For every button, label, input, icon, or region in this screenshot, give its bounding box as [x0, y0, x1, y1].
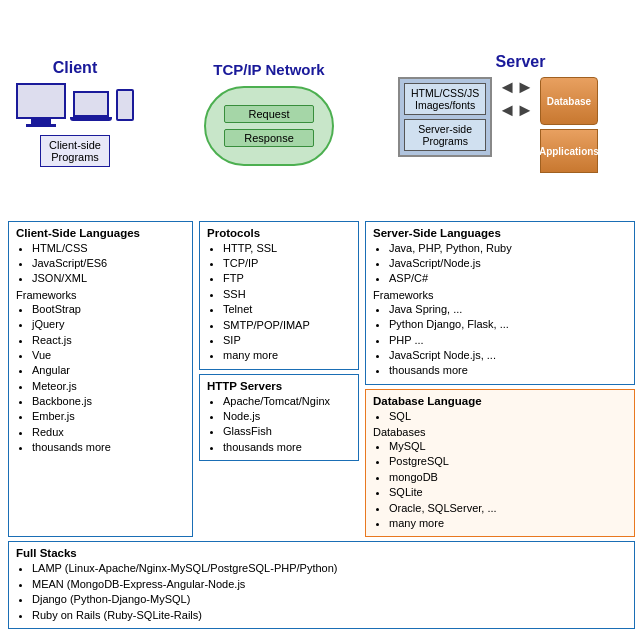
- list-item: many more: [389, 516, 627, 531]
- list-item: Telnet: [223, 302, 351, 317]
- network-column: TCP/IP Network Request Response: [184, 61, 354, 166]
- arrows-group: ◄► ◄►: [496, 77, 536, 121]
- list-item: MySQL: [389, 439, 627, 454]
- list-item: Angular: [32, 363, 185, 378]
- list-item: SIP: [223, 333, 351, 348]
- server-frameworks-label: Frameworks: [373, 289, 627, 301]
- panels-row-2: Full Stacks LAMP (Linux-Apache/Nginx-MyS…: [8, 541, 635, 629]
- db-language: SQL: [389, 409, 627, 424]
- list-item: JavaScript/Node.js: [389, 256, 627, 271]
- monitor-group: [16, 83, 66, 127]
- databases-list: MySQL PostgreSQL mongoDB SQLite Oracle, …: [389, 439, 627, 531]
- request-text: Request: [249, 108, 290, 120]
- list-item: jQuery: [32, 317, 185, 332]
- panel-full-stacks: Full Stacks LAMP (Linux-Apache/Nginx-MyS…: [8, 541, 635, 629]
- list-item: SMTP/POP/IMAP: [223, 318, 351, 333]
- list-item: thousands more: [32, 440, 185, 455]
- list-item: Java Spring, ...: [389, 302, 627, 317]
- monitor-icon: [16, 83, 66, 119]
- list-item: MEAN (MongoDB-Express-Angular-Node.js: [32, 577, 627, 592]
- phone-group: [116, 89, 134, 121]
- list-item: Redux: [32, 425, 185, 440]
- list-item: BootStrap: [32, 302, 185, 317]
- request-box: Request: [224, 105, 314, 123]
- list-item: JSON/XML: [32, 271, 185, 286]
- server-side-text: Server-sidePrograms: [418, 123, 472, 147]
- laptop-icon: [73, 91, 109, 117]
- main-container: Client Client-sidePrograms: [0, 0, 643, 633]
- monitor-base: [26, 124, 56, 127]
- list-item: thousands more: [389, 363, 627, 378]
- arrow-right-icon: ◄►: [498, 77, 534, 98]
- full-stacks-list: LAMP (Linux-Apache/Nginx-MySQL/PostgreSQ…: [32, 561, 627, 623]
- panel-database: Database Language SQL Databases MySQL Po…: [365, 389, 635, 538]
- list-item: SSH: [223, 287, 351, 302]
- list-item: TCP/IP: [223, 256, 351, 271]
- list-item: HTML/CSS: [32, 241, 185, 256]
- list-item: Django (Python-Django-MySQL): [32, 592, 627, 607]
- response-box: Response: [224, 129, 314, 147]
- right-panels: Server-Side Languages Java, PHP, Python,…: [365, 221, 635, 538]
- laptop-group: [70, 91, 112, 121]
- panel-client-side: Client-Side Languages HTML/CSS JavaScrip…: [8, 221, 193, 538]
- applications-label: Applications: [539, 146, 599, 157]
- database-label: Database: [547, 96, 591, 107]
- panel-protocols: Protocols HTTP, SSL TCP/IP FTP SSH Telne…: [199, 221, 359, 370]
- html-css-box: HTML/CSS/JSImages/fonts: [404, 83, 486, 115]
- client-side-title: Client-Side Languages: [16, 227, 185, 239]
- list-item: Ruby on Rails (Ruby-SQLite-Rails): [32, 608, 627, 623]
- server-side-title: Server-Side Languages: [373, 227, 627, 239]
- client-label: Client: [53, 59, 97, 77]
- list-item: Node.js: [223, 409, 351, 424]
- client-side-frameworks: BootStrap jQuery React.js Vue Angular Me…: [32, 302, 185, 456]
- list-item: Python Django, Flask, ...: [389, 317, 627, 332]
- protocols-list: HTTP, SSL TCP/IP FTP SSH Telnet SMTP/POP…: [223, 241, 351, 364]
- laptop-base: [70, 117, 112, 121]
- list-item: PHP ...: [389, 333, 627, 348]
- list-item: SQLite: [389, 485, 627, 500]
- list-item: Java, PHP, Python, Ruby: [389, 241, 627, 256]
- server-boxes: HTML/CSS/JSImages/fonts Server-sideProgr…: [398, 77, 492, 157]
- server-side-box: Server-sidePrograms: [404, 119, 486, 151]
- list-item: many more: [223, 348, 351, 363]
- list-item: SQL: [389, 409, 627, 424]
- server-column: Server HTML/CSS/JSImages/fonts Server-si…: [398, 53, 633, 173]
- cloud-shape: Request Response: [204, 86, 334, 166]
- full-stacks-title: Full Stacks: [16, 547, 627, 559]
- list-item: ASP/C#: [389, 271, 627, 286]
- list-item: GlassFish: [223, 424, 351, 439]
- list-item: LAMP (Linux-Apache/Nginx-MySQL/PostgreSQ…: [32, 561, 627, 576]
- server-side-frameworks: Java Spring, ... Python Django, Flask, .…: [389, 302, 627, 379]
- server-side-col: Database Applications: [540, 77, 598, 173]
- list-item: Apache/Tomcat/Nginx: [223, 394, 351, 409]
- list-item: Vue: [32, 348, 185, 363]
- panel-server-side: Server-Side Languages Java, PHP, Python,…: [365, 221, 635, 385]
- protocols-title: Protocols: [207, 227, 351, 239]
- list-item: FTP: [223, 271, 351, 286]
- phone-icon: [116, 89, 134, 121]
- list-item: Backbone.js: [32, 394, 185, 409]
- http-title: HTTP Servers: [207, 380, 351, 392]
- network-label: TCP/IP Network: [213, 61, 324, 78]
- server-label: Server: [496, 53, 546, 71]
- applications-icon: Applications: [540, 129, 598, 173]
- server-diagram: HTML/CSS/JSImages/fonts Server-sideProgr…: [398, 77, 598, 173]
- client-prog-text: Client-sidePrograms: [49, 139, 101, 163]
- list-item: Ember.js: [32, 409, 185, 424]
- html-css-text: HTML/CSS/JSImages/fonts: [411, 87, 479, 111]
- databases-label: Databases: [373, 426, 627, 438]
- list-item: PostgreSQL: [389, 454, 627, 469]
- arrow-left-icon: ◄►: [498, 100, 534, 121]
- list-item: Oracle, SQLServer, ...: [389, 501, 627, 516]
- list-item: JavaScript Node.js, ...: [389, 348, 627, 363]
- panel-http-servers: HTTP Servers Apache/Tomcat/Nginx Node.js…: [199, 374, 359, 462]
- server-side-languages: Java, PHP, Python, Ruby JavaScript/Node.…: [389, 241, 627, 287]
- database-title: Database Language: [373, 395, 627, 407]
- list-item: React.js: [32, 333, 185, 348]
- panels-section: Client-Side Languages HTML/CSS JavaScrip…: [0, 217, 643, 633]
- database-icon: Database: [540, 77, 598, 125]
- client-prog-box: Client-sidePrograms: [40, 135, 110, 167]
- list-item: JavaScript/ES6: [32, 256, 185, 271]
- diagram-section: Client Client-sidePrograms: [0, 0, 643, 217]
- list-item: mongoDB: [389, 470, 627, 485]
